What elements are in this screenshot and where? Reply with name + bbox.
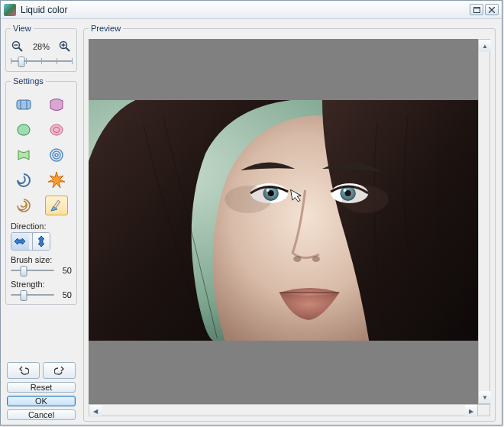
footer-buttons: Reset OK Cancel	[5, 362, 77, 422]
maximize-icon	[473, 7, 480, 13]
zoom-slider[interactable]	[11, 56, 72, 66]
tool-button-7[interactable]	[45, 170, 68, 190]
vertical-scrollbar[interactable]: ▲ ▼	[478, 39, 490, 404]
direction-label: Direction:	[11, 222, 72, 231]
svg-point-35	[342, 186, 389, 213]
preview-canvas[interactable]	[89, 39, 478, 404]
arrows-vertical-icon	[37, 235, 46, 247]
svg-point-34	[225, 186, 272, 213]
preview-legend: Preview	[89, 24, 123, 33]
svg-point-15	[50, 125, 63, 135]
tool-icon-barrel	[15, 97, 33, 112]
app-icon	[4, 4, 16, 16]
direction-toggle	[11, 232, 50, 251]
zoom-in-button[interactable]	[58, 40, 72, 53]
tool-button-3[interactable]	[45, 120, 68, 140]
tool-button-2[interactable]	[12, 120, 35, 140]
preview-image	[89, 100, 478, 341]
zoom-out-button[interactable]	[11, 40, 24, 53]
brush-size-value: 50	[58, 266, 72, 275]
brush-size-slider[interactable]	[11, 270, 54, 271]
horizontal-scrollbar[interactable]: ◀ ▶	[89, 404, 478, 416]
maximize-button[interactable]	[470, 4, 483, 15]
tool-icon-bulge	[15, 122, 32, 137]
zoom-value: 28%	[33, 42, 50, 51]
view-legend: View	[11, 24, 34, 33]
svg-line-8	[66, 48, 70, 52]
svg-marker-20	[48, 172, 65, 188]
zoom-in-icon	[59, 40, 71, 53]
close-icon	[489, 7, 495, 13]
svg-point-32	[312, 256, 320, 262]
svg-point-18	[53, 151, 60, 159]
svg-line-5	[19, 48, 23, 52]
ok-button[interactable]: OK	[7, 396, 76, 406]
strength-slider[interactable]	[11, 294, 54, 296]
svg-rect-14	[18, 125, 30, 135]
tool-button-0[interactable]	[12, 95, 35, 115]
tool-button-6[interactable]	[12, 170, 35, 190]
strength-label: Strength:	[11, 280, 72, 289]
tool-icon-facet	[48, 122, 65, 137]
window-title: Liquid color	[21, 5, 468, 15]
scroll-right-arrow[interactable]: ▶	[465, 405, 477, 417]
arrows-horizontal-icon	[14, 237, 26, 246]
tool-button-9[interactable]	[45, 196, 68, 215]
view-group: View 28%	[5, 24, 77, 72]
brush-size-label: Brush size:	[11, 255, 72, 264]
left-panel: View 28% Sett	[5, 24, 77, 422]
scroll-up-arrow[interactable]: ▲	[479, 40, 491, 52]
tool-icon-spiral	[15, 197, 32, 214]
redo-button[interactable]	[43, 362, 76, 379]
tool-icon-swirl	[15, 172, 32, 189]
strength-value: 50	[58, 290, 72, 299]
preview-group: Preview	[83, 24, 496, 422]
direction-horizontal[interactable]	[11, 233, 29, 250]
svg-point-31	[293, 256, 301, 262]
scroll-down-arrow[interactable]: ▼	[479, 391, 491, 403]
tool-button-1[interactable]	[45, 95, 68, 115]
zoom-out-icon	[11, 40, 24, 53]
settings-group: Settings Direction:	[5, 76, 77, 305]
tool-button-4[interactable]	[12, 145, 35, 165]
dialog-body: View 28% Sett	[1, 19, 502, 425]
settings-legend: Settings	[11, 76, 46, 86]
tool-icon-burst	[47, 171, 66, 189]
svg-rect-11	[17, 100, 31, 109]
dialog-window: Liquid color View 28%	[0, 0, 502, 425]
tool-button-5[interactable]	[45, 145, 68, 165]
svg-point-30	[344, 189, 347, 192]
tool-icon-ripple	[48, 147, 65, 163]
titlebar[interactable]: Liquid color	[1, 1, 502, 19]
tool-icon-brush	[48, 197, 65, 214]
tool-icon-concave	[15, 147, 32, 163]
close-button[interactable]	[485, 4, 499, 15]
undo-button[interactable]	[7, 362, 40, 379]
direction-vertical[interactable]	[32, 233, 50, 250]
tool-icon-pinch	[47, 97, 66, 112]
redo-icon	[54, 366, 65, 375]
reset-button[interactable]: Reset	[7, 382, 76, 393]
svg-point-19	[55, 154, 58, 157]
cancel-button[interactable]: Cancel	[7, 409, 76, 420]
svg-rect-21	[53, 200, 60, 208]
tool-grid	[11, 92, 72, 217]
scroll-left-arrow[interactable]: ◀	[89, 405, 102, 417]
scroll-corner	[478, 404, 490, 416]
undo-icon	[18, 366, 29, 375]
tool-button-8[interactable]	[12, 196, 35, 215]
